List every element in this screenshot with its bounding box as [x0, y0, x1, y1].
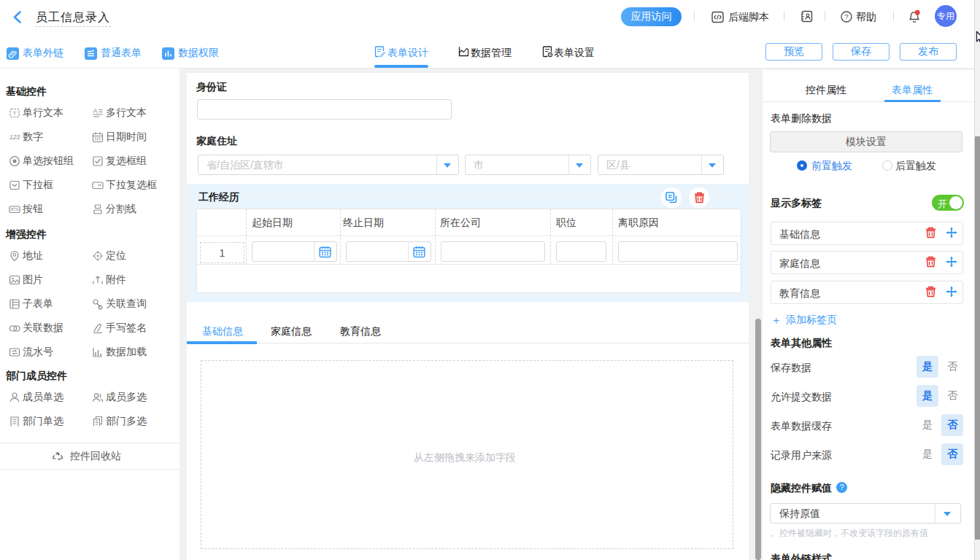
svg-text:123: 123: [9, 133, 20, 141]
svg-text:?: ?: [844, 12, 848, 20]
svg-text:T: T: [13, 110, 17, 117]
svg-text:BTN: BTN: [11, 207, 18, 211]
svg-text:A: A: [93, 107, 97, 114]
